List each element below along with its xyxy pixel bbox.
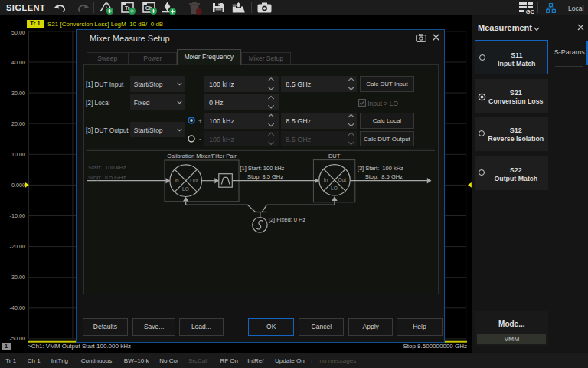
svg-text:Calibration Mixer/Filter Pair: Calibration Mixer/Filter Pair (167, 153, 237, 159)
svg-text:Out: Out (190, 178, 198, 183)
svg-text:LO: LO (182, 186, 189, 192)
svg-text:In: In (324, 177, 328, 182)
svg-text:Stop: 8.5 GHz: Stop: 8.5 GHz (365, 173, 403, 180)
svg-text:In: In (175, 178, 179, 183)
svg-text:[1] Start: 100 kHz: [1] Start: 100 kHz (240, 165, 284, 172)
svg-text:Stop: 8.5 GHz: Stop: 8.5 GHz (247, 173, 283, 180)
svg-text:DUT: DUT (328, 153, 341, 159)
svg-text:Start: 100 kHz: Start: 100 kHz (88, 164, 126, 171)
svg-text:GO: GO (526, 8, 534, 14)
svg-text:LO: LO (331, 186, 338, 191)
svg-text:Stop: 8.5 GHz: Stop: 8.5 GHz (88, 174, 126, 181)
svg-text:[2] Fixed: 0 Hz: [2] Fixed: 0 Hz (269, 216, 306, 223)
svg-text:Out: Out (338, 177, 347, 182)
svg-text:[3] Start: 100 kHz: [3] Start: 100 kHz (358, 165, 403, 172)
